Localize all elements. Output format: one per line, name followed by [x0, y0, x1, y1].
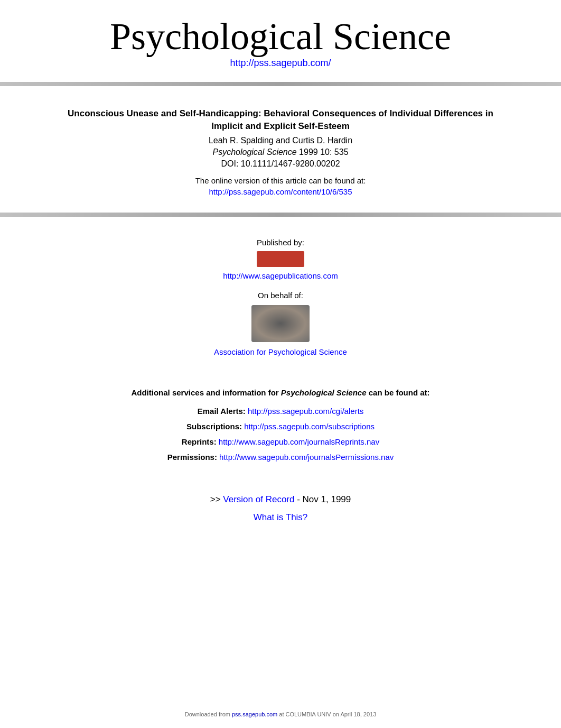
additional-services-title: Additional services and information for …: [32, 388, 529, 397]
subscriptions-label: Subscriptions:: [186, 422, 244, 431]
reprints-row: Reprints: http://www.sagepub.com/journal…: [32, 437, 529, 446]
journal-url-link[interactable]: http://pss.sagepub.com/: [230, 58, 331, 68]
top-divider-bar: [0, 82, 561, 86]
footer: Downloaded from pss.sagepub.com at COLUM…: [0, 711, 561, 717]
article-authors: Leah R. Spalding and Curtis D. Hardin: [32, 136, 529, 145]
footer-link[interactable]: pss.sagepub.com: [232, 711, 277, 717]
version-line: >> Version of Record - Nov 1, 1999: [11, 494, 550, 505]
article-info-section: Unconscious Unease and Self-Handicapping…: [0, 91, 561, 207]
email-alerts-row: Email Alerts: http://pss.sagepub.com/cgi…: [32, 407, 529, 416]
subscriptions-row: Subscriptions: http://pss.sagepub.com/su…: [32, 422, 529, 431]
header-section: Psychological Science http://pss.sagepub…: [0, 0, 561, 77]
online-version-text: The online version of this article can b…: [32, 176, 529, 185]
email-alerts-label: Email Alerts:: [198, 407, 248, 416]
version-section: >> Version of Record - Nov 1, 1999 What …: [0, 478, 561, 533]
permissions-link[interactable]: http://www.sagepub.com/journalsPermissio…: [219, 453, 394, 462]
article-title: Unconscious Unease and Self-Handicapping…: [32, 107, 529, 133]
version-of-record-link[interactable]: Version of Record: [223, 494, 294, 504]
what-is-this-link[interactable]: What is This?: [11, 512, 550, 523]
on-behalf-label: On behalf of:: [11, 291, 550, 300]
email-alerts-link[interactable]: http://pss.sagepub.com/cgi/alerts: [248, 407, 363, 416]
org-link[interactable]: Association for Psychological Science: [11, 347, 550, 356]
reprints-link[interactable]: http://www.sagepub.com/journalsReprints.…: [219, 437, 379, 446]
published-section: Published by: http://www.sagepublication…: [0, 222, 561, 383]
additional-services-section: Additional services and information for …: [0, 383, 561, 478]
publisher-url-link[interactable]: http://www.sagepublications.com: [11, 271, 550, 280]
sage-publisher-logo: [257, 251, 304, 267]
permissions-label: Permissions:: [167, 453, 219, 462]
article-doi: DOI: 10.1111/1467-9280.00202: [32, 159, 529, 169]
org-logo: [251, 305, 310, 342]
journal-title: Psychological Science: [11, 16, 550, 58]
article-journal-ref: Psychological Science 1999 10: 535: [32, 148, 529, 157]
online-version-link[interactable]: http://pss.sagepub.com/content/10/6/535: [209, 187, 352, 196]
permissions-row: Permissions: http://www.sagepub.com/jour…: [32, 453, 529, 462]
middle-divider-bar: [0, 213, 561, 217]
subscriptions-link[interactable]: http://pss.sagepub.com/subscriptions: [244, 422, 375, 431]
reprints-label: Reprints:: [182, 437, 219, 446]
published-by-label: Published by:: [11, 238, 550, 247]
